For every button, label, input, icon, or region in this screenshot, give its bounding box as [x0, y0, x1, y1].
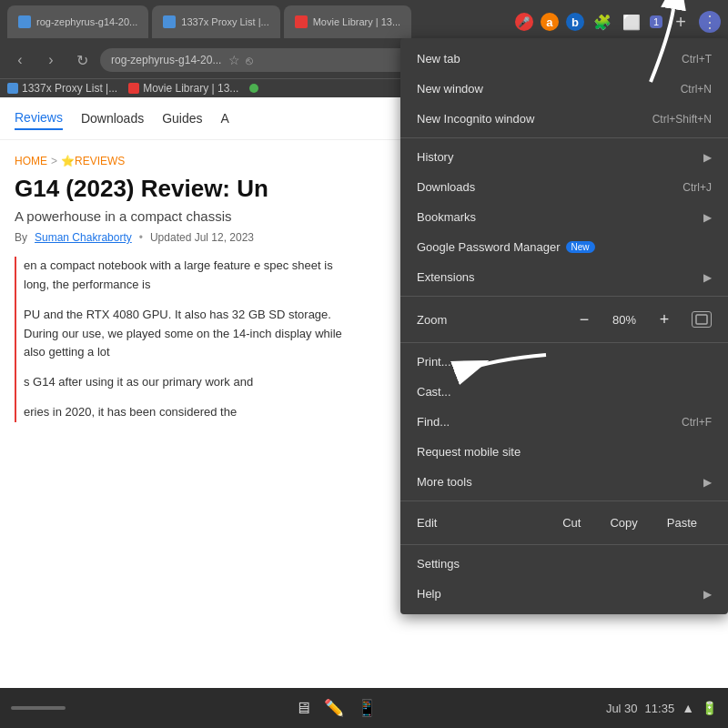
site-nav-more[interactable]: A [221, 107, 229, 129]
menu-item-new-window[interactable]: New window Ctrl+N [400, 74, 728, 104]
tab-3-favicon [295, 15, 308, 28]
menu-divider-1 [400, 137, 728, 138]
menu-request-mobile-label: Request mobile site [417, 445, 521, 459]
menu-find-label: Find... [417, 415, 450, 429]
article-author-link[interactable]: Suman Chakraborty [35, 231, 132, 244]
menu-item-request-mobile[interactable]: Request mobile site [400, 437, 728, 467]
menu-item-cast[interactable]: Cast... [400, 377, 728, 407]
zoom-out-button[interactable]: − [571, 307, 597, 332]
menu-item-find[interactable]: Find... Ctrl+F [400, 407, 728, 437]
bookmark-movie-label: Movie Library | 13... [143, 82, 238, 95]
chrome-menu-button[interactable]: ⋮ [699, 11, 721, 33]
zoom-value: 80% [608, 313, 641, 327]
menu-item-settings[interactable]: Settings [400, 549, 728, 579]
article-by-label: By [15, 231, 27, 244]
ext-num-icon[interactable]: 1 [650, 15, 662, 28]
menu-downloads-label: Downloads [417, 180, 475, 194]
chrome-dropdown-menu: New tab Ctrl+T New window Ctrl+N New Inc… [400, 38, 728, 614]
menu-bookmarks-label: Bookmarks [417, 210, 476, 224]
taskbar-phone-icon[interactable]: 📱 [357, 698, 377, 718]
forward-button[interactable]: › [38, 47, 64, 73]
menu-find-shortcut: Ctrl+F [682, 416, 712, 429]
share-icon[interactable]: ⎋ [246, 54, 253, 67]
taskbar-time: 11:35 [645, 702, 675, 715]
taskbar-right: Jul 30 11:35 ▲ 🔋 [606, 701, 717, 715]
menu-history-label: History [417, 150, 453, 164]
taskbar-monitor-icon[interactable]: 🖥 [295, 699, 311, 718]
bookmark-star-icon[interactable]: ☆ [228, 53, 240, 67]
tab-1[interactable]: rog-zephyrus-g14-20... [7, 5, 148, 38]
new-tab-button[interactable]: + [670, 11, 692, 33]
menu-bookmarks-arrow: ▶ [703, 211, 712, 224]
taskbar: 🖥 ✏️ 📱 Jul 30 11:35 ▲ 🔋 [0, 688, 728, 728]
tab-3[interactable]: Movie Library | 13... [284, 5, 411, 38]
breadcrumb: HOME > ⭐REVIEWS [15, 155, 349, 167]
menu-incognito-shortcut: Ctrl+Shift+N [652, 113, 712, 126]
address-text: rog-zephyrus-g14-20... [111, 54, 221, 66]
menu-divider-5 [400, 544, 728, 545]
taskbar-center: 🖥 ✏️ 📱 [295, 698, 377, 718]
breadcrumb-home: HOME [15, 155, 47, 167]
paste-button[interactable]: Paste [652, 512, 712, 533]
menu-password-label: Google Password Manager New [417, 240, 595, 254]
bookmark-1337x-favicon [7, 83, 18, 94]
ext-b-icon[interactable]: b [566, 13, 584, 31]
article-body: en a compact notebook with a large featu… [15, 257, 349, 422]
menu-item-bookmarks[interactable]: Bookmarks ▶ [400, 202, 728, 232]
tab-1-favicon [18, 15, 31, 28]
bookmark-movie-favicon [128, 83, 139, 94]
menu-new-tab-shortcut: Ctrl+T [682, 53, 712, 66]
zoom-fullscreen-button[interactable] [692, 311, 712, 328]
edit-label: Edit [417, 516, 548, 530]
menu-item-new-tab[interactable]: New tab Ctrl+T [400, 44, 728, 74]
taskbar-battery-icon: 🔋 [702, 701, 717, 715]
bookmark-item-green[interactable] [249, 84, 258, 93]
menu-more-tools-label: More tools [417, 475, 472, 489]
tabs-container: rog-zephyrus-g14-20... 1337x Proxy List … [7, 5, 510, 38]
menu-item-password-manager[interactable]: Google Password Manager New [400, 232, 728, 262]
edit-row: Edit Cut Copy Paste [400, 505, 728, 541]
tab-3-label: Movie Library | 13... [313, 16, 400, 27]
menu-extensions-label: Extensions [417, 270, 475, 284]
copy-button[interactable]: Copy [595, 512, 652, 533]
article-updated: Updated Jul 12, 2023 [150, 231, 254, 244]
menu-item-print[interactable]: Print... [400, 347, 728, 377]
article-subtitle: A powerhouse in a compact chassis [15, 208, 349, 224]
bookmark-1337x-label: 1337x Proxy List |... [22, 82, 117, 95]
tab-1-label: rog-zephyrus-g14-20... [36, 16, 137, 27]
bookmark-item-movie[interactable]: Movie Library | 13... [128, 82, 238, 95]
bookmark-green-dot [249, 84, 258, 93]
menu-item-help[interactable]: Help ▶ [400, 579, 728, 609]
site-nav-downloads[interactable]: Downloads [81, 107, 144, 129]
microphone-ext-icon[interactable]: 🎤 [515, 13, 533, 31]
menu-divider-3 [400, 342, 728, 343]
back-button[interactable]: ‹ [7, 47, 33, 73]
article-meta: By Suman Chakraborty • Updated Jul 12, 2… [15, 231, 349, 244]
menu-history-arrow: ▶ [703, 151, 712, 164]
menu-item-downloads[interactable]: Downloads Ctrl+J [400, 172, 728, 202]
zoom-label: Zoom [417, 313, 447, 327]
site-nav-reviews[interactable]: Reviews [15, 106, 63, 130]
menu-item-extensions[interactable]: Extensions ▶ [400, 262, 728, 292]
menu-divider-2 [400, 296, 728, 297]
tab-2[interactable]: 1337x Proxy List |... [152, 5, 279, 38]
menu-item-incognito[interactable]: New Incognito window Ctrl+Shift+N [400, 104, 728, 134]
article-para-2: PU and the RTX 4080 GPU. It also has 32 … [24, 306, 349, 362]
amazon-ext-icon[interactable]: a [541, 13, 559, 31]
zoom-controls: − 80% + [571, 307, 712, 332]
tab-2-label: 1337x Proxy List |... [181, 16, 268, 27]
reload-button[interactable]: ↻ [69, 47, 95, 73]
menu-item-more-tools[interactable]: More tools ▶ [400, 467, 728, 497]
split-screen-icon[interactable]: ⬜ [621, 11, 642, 33]
password-new-badge: New [566, 241, 595, 253]
taskbar-pencil-icon[interactable]: ✏️ [324, 698, 344, 718]
bookmark-item-1337x[interactable]: 1337x Proxy List |... [7, 82, 117, 95]
article-para-1: en a compact notebook with a large featu… [24, 257, 349, 295]
site-nav-guides[interactable]: Guides [162, 107, 202, 129]
menu-incognito-label: New Incognito window [417, 112, 534, 126]
zoom-in-button[interactable]: + [652, 307, 677, 332]
puzzle-ext-icon[interactable]: 🧩 [592, 11, 613, 33]
menu-item-history[interactable]: History ▶ [400, 142, 728, 172]
cut-button[interactable]: Cut [548, 512, 595, 533]
breadcrumb-sep: > [51, 155, 57, 167]
